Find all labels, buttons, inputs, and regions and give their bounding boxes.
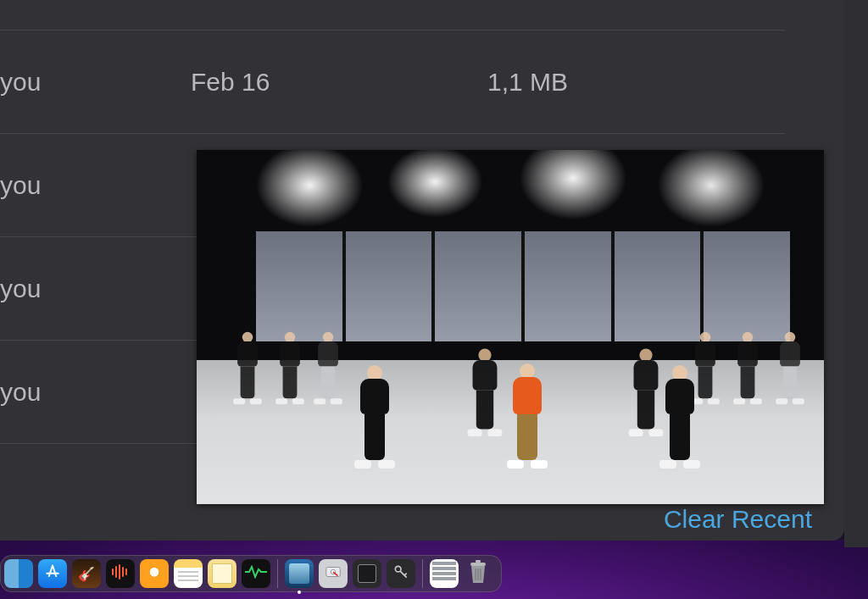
owner-cell: you [0,275,191,303]
dock-app-keychain-access[interactable] [387,559,415,588]
stickies-icon [212,563,232,584]
dancer-figure [230,332,265,398]
svg-point-7 [395,566,401,572]
guitar-icon: 🎸 [78,566,95,582]
activity-icon [245,565,267,583]
svg-rect-8 [470,563,486,566]
dock-tray: 🎸 [0,555,502,592]
dock: 🎸 [0,550,502,592]
dancer-figure [654,365,705,460]
dock-separator [277,559,278,588]
chip-icon [358,564,376,583]
dancer-figure [464,348,507,429]
date-cell: Feb 16 [191,68,487,97]
owner-cell: you [0,68,191,97]
dock-separator [422,559,423,588]
dock-app-partial[interactable] [4,559,33,588]
dock-app-activity-monitor[interactable] [242,559,270,588]
dancer-figure [772,332,808,398]
dock-app-voice-memos[interactable] [106,559,135,588]
notes-icon [178,571,198,573]
recents-panel: you Feb 16 1,1 MB you you you Clear Rece… [0,0,844,541]
keys-icon [392,563,409,585]
dock-app-stickies[interactable] [208,559,236,588]
file-preview-thumbnail[interactable] [197,150,824,504]
dock-app-orange-circle[interactable] [140,559,169,588]
dock-app-textedit[interactable] [430,559,459,588]
disk-utility-icon [324,563,342,585]
dancer-figure-lead [502,363,553,460]
dock-app-garageband[interactable]: 🎸 [72,559,101,588]
dock-app-preview[interactable] [285,559,314,588]
dock-app-disk-utility[interactable] [319,559,348,588]
svg-rect-9 [476,560,481,563]
dock-app-system-information[interactable] [353,559,381,588]
clear-recent-button[interactable]: Clear Recent [664,505,812,534]
running-indicator-icon [298,591,301,594]
dancer-figure [272,332,308,398]
size-cell: 1,1 MB [487,68,785,97]
trash-icon [466,559,490,589]
owner-cell: you [0,171,191,200]
list-header-spacer [0,0,785,31]
waveform-icon [111,564,130,583]
dock-app-app-store[interactable] [38,559,67,588]
owner-cell: you [0,378,191,407]
dock-app-trash[interactable] [464,559,492,588]
table-row[interactable]: you Feb 16 1,1 MB [0,31,785,134]
studio-windows [256,231,790,341]
panel-right-edge [844,0,868,547]
dock-app-notes[interactable] [174,559,203,588]
dancer-figure [310,332,346,398]
preview-icon [289,563,309,584]
dancer-figure [349,365,400,460]
app-store-icon [44,563,61,585]
preview-scene [197,150,824,504]
dancer-figure [730,332,765,398]
